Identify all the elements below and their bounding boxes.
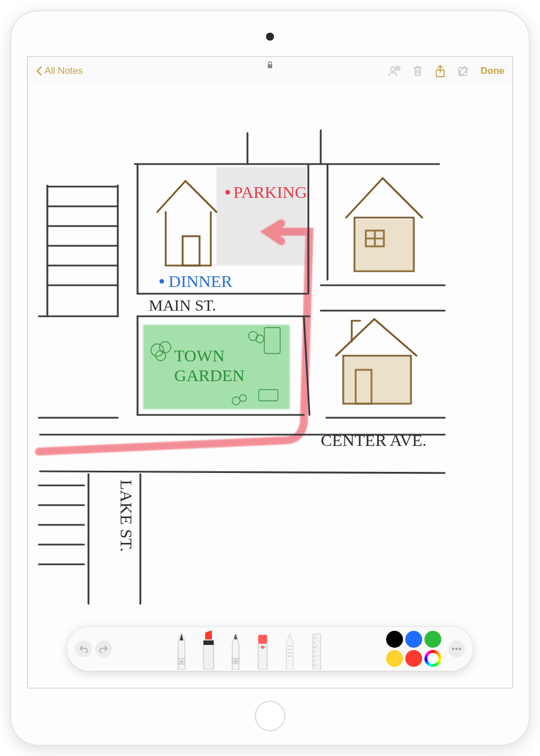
svg-point-20 <box>160 279 164 284</box>
tool-ruler[interactable] <box>304 630 329 670</box>
note-canvas[interactable]: PARKING DINNER MAIN ST. TOWN GARDEN CENT… <box>28 85 512 688</box>
collaborate-icon[interactable] <box>387 65 401 77</box>
svg-point-19 <box>225 190 230 194</box>
ipad-frame: All Notes Done <box>11 11 529 745</box>
swatch-blue[interactable] <box>405 631 422 648</box>
trash-icon[interactable] <box>412 65 423 77</box>
label-garden: GARDEN <box>174 366 245 384</box>
svg-point-31 <box>455 648 458 650</box>
svg-rect-24 <box>203 640 214 645</box>
redo-button[interactable] <box>95 640 112 657</box>
tool-eraser[interactable] <box>250 630 275 670</box>
svg-text:10: 10 <box>234 660 238 663</box>
swatch-black[interactable] <box>386 631 403 648</box>
chevron-left-icon <box>36 66 42 76</box>
share-icon[interactable] <box>435 64 446 78</box>
notes-toolbar: All Notes Done <box>28 57 512 85</box>
swatch-green[interactable] <box>424 631 441 648</box>
label-main-st: MAIN ST. <box>149 297 216 314</box>
back-button[interactable]: All Notes <box>36 65 83 77</box>
label-center-ave: CENTER AVE. <box>321 431 427 449</box>
label-dinner: DINNER <box>169 272 232 290</box>
camera-dot <box>266 33 274 41</box>
more-button[interactable] <box>448 640 465 657</box>
compose-icon[interactable] <box>457 65 470 77</box>
label-town: TOWN <box>174 346 224 365</box>
swatch-yellow[interactable] <box>386 650 403 667</box>
label-parking: PARKING <box>233 183 307 201</box>
tool-lasso[interactable] <box>277 630 302 670</box>
tool-marker[interactable] <box>196 628 221 670</box>
svg-rect-28 <box>258 635 267 644</box>
swatch-color-picker[interactable] <box>424 650 441 667</box>
notes-app-screen: All Notes Done <box>27 56 513 688</box>
color-swatches <box>386 631 441 667</box>
tool-pencil[interactable]: 10 <box>223 630 248 670</box>
svg-text:97: 97 <box>180 660 184 664</box>
back-label: All Notes <box>45 65 83 77</box>
svg-point-30 <box>452 648 454 650</box>
svg-rect-5 <box>216 167 307 266</box>
tool-tray: 97 10 <box>116 627 383 671</box>
label-lake-st: LAKE ST. <box>117 480 136 552</box>
svg-point-1 <box>391 67 395 72</box>
undo-button[interactable] <box>75 640 92 657</box>
done-button[interactable]: Done <box>481 65 505 77</box>
svg-point-32 <box>459 648 461 650</box>
swatch-red[interactable] <box>405 650 422 667</box>
drawing-toolbar: 97 10 <box>67 627 473 671</box>
lock-icon <box>267 60 273 72</box>
tool-pen[interactable]: 97 <box>169 630 194 670</box>
svg-rect-16 <box>183 236 200 266</box>
svg-rect-0 <box>268 64 272 68</box>
home-button[interactable] <box>255 701 285 731</box>
